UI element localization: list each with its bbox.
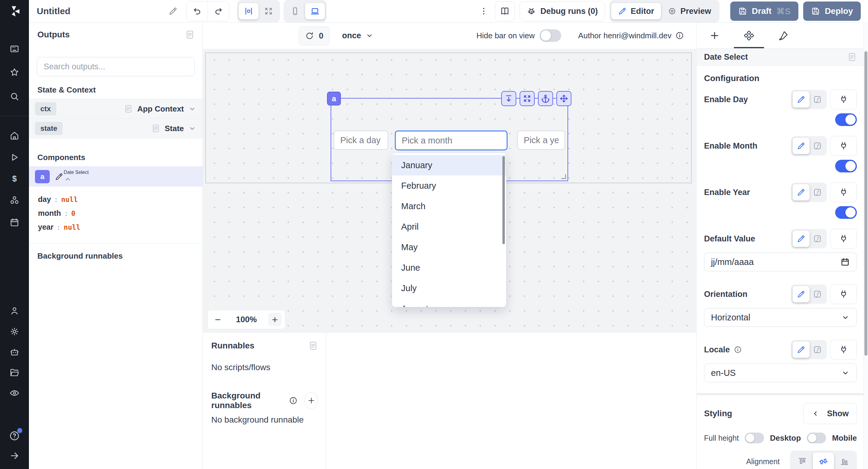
run-mode-select[interactable]: once [342,26,374,45]
static-pencil-icon[interactable] [793,286,809,302]
component-chevron-up-icon[interactable] [64,175,89,184]
align-top-button[interactable] [792,452,813,469]
static-pencil-icon[interactable] [793,91,809,107]
month-option[interactable]: June [392,257,506,278]
full-height-toggle[interactable] [745,433,764,443]
connect-plug-icon[interactable] [830,182,857,202]
fx-mode-icon[interactable] [809,91,825,107]
enable-year-toggle[interactable] [835,206,857,219]
component-a-row[interactable]: a Date Select [29,166,203,187]
home-icon[interactable] [0,129,29,142]
prop-day[interactable]: day:null [38,193,193,207]
anchor-handle[interactable] [538,91,553,106]
orientation-select[interactable]: Horizontal [704,308,857,327]
variables-dollar-icon[interactable] [0,172,29,185]
apps-icon[interactable] [0,42,29,56]
state-row[interactable]: state State [29,119,203,138]
tab-component-settings[interactable] [732,23,766,48]
resize-corner-handle[interactable] [561,174,566,179]
centered-layout-button[interactable] [239,3,258,19]
undo-button[interactable] [187,2,208,21]
year-input[interactable] [517,130,565,150]
ctx-row[interactable]: ctx App Context [29,99,203,119]
month-input[interactable] [395,130,507,150]
help-icon[interactable] [0,429,29,442]
static-pencil-icon[interactable] [793,184,809,200]
fx-mode-icon[interactable] [809,342,825,358]
settings-gear-icon[interactable] [0,325,29,338]
enable-month-toggle[interactable] [835,160,857,173]
tab-insert-component[interactable] [698,23,732,48]
connect-plug-icon[interactable] [830,136,857,156]
align-bottom-button[interactable] [834,452,855,469]
connect-plug-icon[interactable] [830,340,857,359]
window-scrollbar-thumb[interactable] [864,51,867,356]
runnables-doc-icon[interactable] [308,341,318,350]
users-icon[interactable] [0,304,29,317]
default-value-date-input[interactable]: jj/mm/aaaa [704,253,857,271]
fx-mode-icon[interactable] [809,184,825,200]
month-option[interactable]: May [392,237,506,257]
month-option[interactable]: March [392,196,506,216]
month-option[interactable]: July [392,278,506,299]
day-input-field[interactable] [340,135,382,146]
fullsize-handle[interactable] [520,91,535,106]
desktop-toggle[interactable] [807,433,826,443]
folders-icon[interactable] [0,366,29,379]
mobile-view-button[interactable] [285,3,305,19]
more-menu-kebab-icon[interactable] [479,7,488,16]
month-input-field[interactable] [401,135,501,146]
search-outputs-input[interactable] [43,62,188,72]
debug-runs-button[interactable]: Debug runs (0) [520,1,605,21]
component-rename-pencil-icon[interactable] [55,172,64,181]
align-center-button[interactable] [813,452,834,469]
add-background-runnable-button[interactable] [304,392,318,409]
connect-plug-icon[interactable] [830,284,857,304]
calendar-icon[interactable] [840,257,850,267]
expand-rail-arrow-icon[interactable] [0,449,29,462]
runs-play-icon[interactable] [0,151,29,164]
month-option[interactable]: April [392,216,506,237]
audit-eye-icon[interactable] [0,386,29,400]
prop-year[interactable]: year:null [38,220,193,234]
refresh-count-button[interactable]: 0 [299,26,330,45]
zoom-in-button[interactable]: + [268,313,281,326]
canvas-grid[interactable]: a [203,49,696,332]
static-pencil-icon[interactable] [793,342,809,358]
month-option[interactable]: August [392,299,506,307]
fx-mode-icon[interactable] [809,230,825,247]
draft-button[interactable]: Draft ⌘S [730,1,798,21]
author-info-icon[interactable] [675,31,684,40]
static-pencil-icon[interactable] [793,138,809,154]
zoom-out-button[interactable]: − [211,313,224,326]
fullwidth-layout-button[interactable] [258,3,278,19]
state-chevron-down-icon[interactable] [188,124,196,133]
tab-preview[interactable]: Preview [661,3,718,19]
schedules-calendar-icon[interactable] [0,216,29,229]
fx-mode-icon[interactable] [809,286,825,302]
connect-plug-icon[interactable] [830,90,857,110]
day-input[interactable] [334,130,388,150]
ctx-chevron-down-icon[interactable] [188,104,196,113]
locale-select[interactable]: en-US [704,364,857,382]
fx-mode-icon[interactable] [809,138,825,154]
expand-down-handle[interactable] [501,91,516,106]
styling-show-button[interactable]: Show [803,403,857,424]
edit-title-pencil-icon[interactable] [168,6,178,16]
background-runnables-info-icon[interactable] [289,396,298,405]
component-badge[interactable]: a [327,92,341,105]
enable-day-toggle[interactable] [835,113,857,126]
docs-book-button[interactable] [495,1,515,21]
connect-plug-icon[interactable] [830,229,857,249]
prop-month[interactable]: month:0 [38,207,193,220]
favorites-star-icon[interactable] [0,66,29,79]
desktop-view-button[interactable] [305,3,325,19]
resources-cubes-icon[interactable] [0,194,29,207]
outputs-doc-icon[interactable] [185,30,195,39]
deploy-button[interactable]: Deploy [803,1,861,21]
window-scrollbar[interactable] [864,22,868,469]
static-pencil-icon[interactable] [793,230,809,247]
month-option[interactable]: February [392,176,506,196]
locale-info-icon[interactable] [734,345,742,354]
search-icon[interactable] [0,90,29,103]
